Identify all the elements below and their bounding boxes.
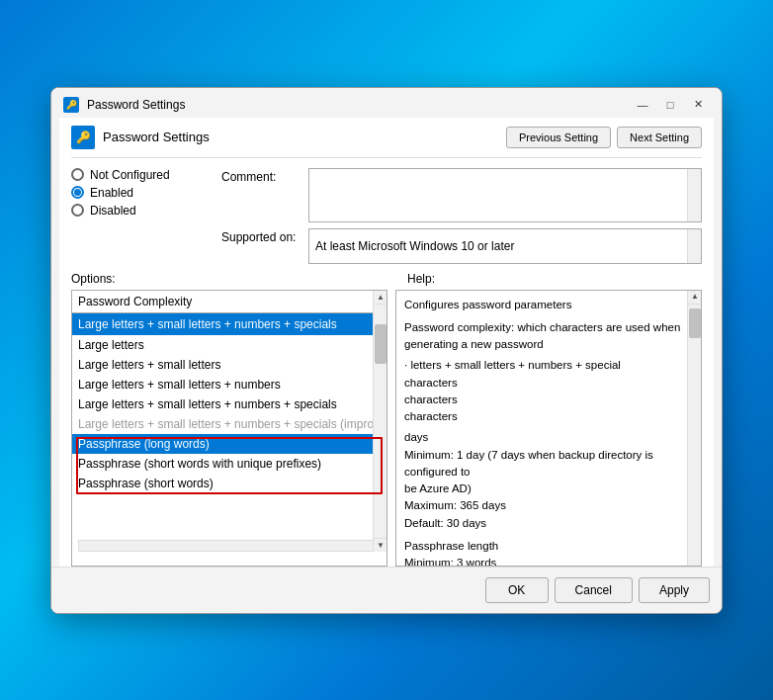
help-scroll-up[interactable]: ▲ (688, 291, 702, 305)
content-area: 🔑 Password Settings Previous Setting Nex… (59, 118, 714, 567)
help-line14: Default: 30 days (404, 515, 693, 532)
supported-scrollbar[interactable] (687, 229, 701, 263)
list-item[interactable]: Large letters + small letters + numbers … (72, 394, 386, 414)
dropdown-selected-item[interactable]: Large letters + small letters + numbers … (72, 313, 386, 335)
list-item[interactable]: Large letters + small letters (72, 355, 386, 375)
list-item[interactable]: Large letters (72, 335, 386, 355)
help-line7: characters (404, 392, 693, 408)
apply-button[interactable]: Apply (639, 577, 710, 603)
enabled-row[interactable]: Enabled (71, 186, 210, 200)
title-bar-controls: — □ ✕ (631, 96, 710, 114)
scroll-down-arrow[interactable]: ▼ (374, 538, 387, 552)
supported-label: Supported on: (221, 228, 301, 244)
enabled-radio[interactable] (71, 186, 84, 199)
comment-section: Comment: (221, 168, 702, 222)
right-panel: Comment: Supported on: At least Microsof… (221, 168, 702, 264)
help-line17: Minimum: 3 words (404, 555, 693, 567)
help-line1: Configures password parameters (404, 297, 693, 313)
window-icon: 🔑 (63, 97, 79, 113)
header-buttons: Previous Setting Next Setting (506, 127, 702, 148)
maximize-button[interactable]: □ (658, 96, 682, 114)
window-title: Password Settings (87, 98, 623, 112)
help-line10: days (404, 429, 693, 446)
header-row: 🔑 Password Settings Previous Setting Nex… (71, 126, 702, 158)
cancel-button[interactable]: Cancel (555, 577, 633, 603)
not-configured-radio[interactable] (71, 168, 84, 181)
bottom-bar: OK Cancel Apply (51, 567, 722, 613)
help-line16: Passphrase length (404, 538, 693, 555)
options-label: Options: (71, 272, 407, 286)
help-line3: Password complexity: which characters ar… (404, 319, 693, 336)
list-item[interactable]: Large letters + small letters + numbers (72, 375, 386, 394)
close-button[interactable]: ✕ (686, 96, 710, 114)
next-setting-button[interactable]: Next Setting (617, 127, 702, 148)
comment-scrollbar[interactable] (687, 169, 701, 221)
options-help-labels: Options: Help: (71, 272, 702, 290)
header-icon: 🔑 (71, 126, 95, 149)
ok-button[interactable]: OK (485, 577, 549, 603)
list-item-passphrase-long[interactable]: Passphrase (long words) (72, 434, 386, 454)
not-configured-label: Not Configured (90, 168, 170, 182)
left-panel: Not Configured Enabled Disabled (71, 168, 210, 264)
help-line13: Maximum: 365 days (404, 497, 693, 514)
supported-value: At least Microsoft Windows 10 or later (315, 239, 695, 253)
scroll-up-arrow[interactable]: ▲ (374, 291, 387, 305)
help-scrollbar[interactable]: ▲ (687, 291, 701, 566)
help-line11: Minimum: 1 day (7 days when backup direc… (404, 447, 693, 481)
dropdown-list[interactable]: Large letters Large letters + small lett… (72, 335, 386, 566)
list-item[interactable]: Large letters + small letters + numbers … (72, 414, 386, 434)
options-panel: Password Complexity ▼ Large letters + sm… (71, 290, 387, 567)
previous-setting-button[interactable]: Previous Setting (506, 127, 611, 148)
title-bar: 🔑 Password Settings — □ ✕ (51, 88, 722, 118)
scroll-thumb[interactable] (375, 324, 386, 364)
comment-box[interactable] (308, 168, 702, 222)
supported-box: At least Microsoft Windows 10 or later (308, 228, 702, 264)
help-line8: characters (404, 408, 693, 425)
not-configured-row[interactable]: Not Configured (71, 168, 210, 182)
disabled-label: Disabled (90, 204, 136, 218)
help-scroll-thumb[interactable] (689, 308, 701, 338)
enabled-label: Enabled (90, 186, 133, 200)
help-panel: Configures password parameters Password … (395, 290, 702, 567)
options-vertical-scrollbar[interactable]: ▲ ▼ (373, 291, 386, 552)
list-item[interactable]: Passphrase (short words) (72, 474, 386, 493)
help-label: Help: (407, 272, 702, 286)
supported-section: Supported on: At least Microsoft Windows… (221, 228, 702, 264)
disabled-radio[interactable] (71, 204, 84, 217)
password-settings-window: 🔑 Password Settings — □ ✕ 🔑 Password Set… (50, 87, 723, 614)
dropdown-header[interactable]: Password Complexity ▼ (72, 291, 386, 313)
header-title: Password Settings (103, 130, 498, 144)
help-line6: characters (404, 375, 693, 392)
comment-label: Comment: (221, 168, 301, 184)
help-line4: generating a new password (404, 336, 693, 353)
options-horizontal-scrollbar[interactable] (78, 540, 381, 552)
disabled-row[interactable]: Disabled (71, 204, 210, 218)
dropdown-header-label: Password Complexity (78, 295, 192, 308)
help-line12: be Azure AD) (404, 481, 693, 497)
main-panels: Password Complexity ▼ Large letters + sm… (71, 290, 702, 567)
settings-body: Not Configured Enabled Disabled Comment: (71, 158, 702, 272)
list-item[interactable]: Passphrase (short words with unique pref… (72, 454, 386, 474)
help-line5: · letters + small letters + numbers + sp… (404, 357, 693, 374)
minimize-button[interactable]: — (631, 96, 654, 114)
